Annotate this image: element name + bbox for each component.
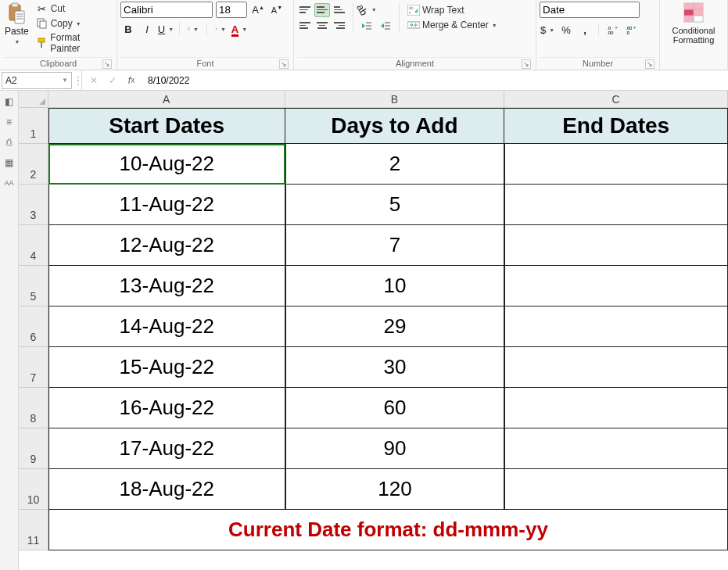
- cell[interactable]: 60: [285, 388, 505, 428]
- cell[interactable]: 18-Aug-22: [48, 469, 285, 510]
- cell[interactable]: 14-Aug-22: [48, 307, 285, 347]
- dialog-launcher-icon[interactable]: ↘: [102, 59, 112, 69]
- fill-color-button[interactable]: ▼: [213, 21, 228, 37]
- font-size-input[interactable]: [216, 2, 247, 18]
- bold-button[interactable]: B: [120, 21, 136, 37]
- increase-indent-button[interactable]: [378, 18, 393, 34]
- decrease-decimal-button[interactable]: .00.0: [623, 22, 639, 38]
- row-header[interactable]: 5: [19, 266, 48, 307]
- conditional-formatting-button[interactable]: Conditional Formatting: [663, 2, 724, 45]
- svg-rect-29: [684, 3, 694, 9]
- cell[interactable]: 7: [285, 225, 505, 266]
- accounting-format-button[interactable]: $▼: [540, 22, 555, 38]
- cell[interactable]: [504, 144, 728, 185]
- cell[interactable]: Days to Add: [285, 108, 505, 144]
- cell[interactable]: 12-Aug-22: [48, 225, 285, 266]
- percent-format-button[interactable]: %: [558, 22, 574, 38]
- svg-rect-8: [38, 38, 45, 42]
- decrease-font-button[interactable]: A▼: [269, 2, 285, 18]
- row-header[interactable]: 1: [19, 108, 48, 144]
- dialog-launcher-icon[interactable]: ↘: [279, 59, 289, 69]
- formula-input[interactable]: [143, 70, 728, 90]
- cell[interactable]: [504, 347, 728, 388]
- underline-button[interactable]: U▼: [158, 21, 174, 37]
- cell[interactable]: 5: [285, 185, 505, 225]
- wrap-text-button[interactable]: abc Wrap Text: [405, 3, 500, 17]
- cell-merged-note[interactable]: Current Date format: dd-mmm-yy: [48, 510, 728, 550]
- cell[interactable]: [504, 307, 728, 347]
- svg-rect-30: [694, 3, 703, 9]
- row-header[interactable]: 10: [19, 469, 48, 510]
- row-header[interactable]: 11: [19, 510, 48, 550]
- cell[interactable]: [504, 185, 728, 225]
- align-center-button[interactable]: [314, 19, 330, 33]
- cell[interactable]: [504, 225, 728, 266]
- increase-decimal-button[interactable]: .0.00: [604, 22, 620, 38]
- cell[interactable]: 15-Aug-22: [48, 347, 285, 388]
- align-middle-button[interactable]: [314, 3, 330, 17]
- sidebar-icon[interactable]: ◧: [3, 95, 16, 108]
- column-header[interactable]: B: [285, 91, 505, 108]
- cell[interactable]: 29: [285, 307, 505, 347]
- sidebar-icon[interactable]: ⎙: [3, 136, 16, 149]
- cell[interactable]: [504, 388, 728, 428]
- cell[interactable]: 30: [285, 347, 505, 388]
- cell[interactable]: Start Dates: [48, 108, 285, 144]
- enter-formula-button[interactable]: ✓: [106, 73, 120, 88]
- merge-center-button[interactable]: Merge & Center ▼: [405, 18, 500, 32]
- row-header[interactable]: 3: [19, 185, 48, 225]
- cell[interactable]: [504, 428, 728, 469]
- select-all-corner[interactable]: [19, 91, 48, 108]
- cell[interactable]: 11-Aug-22: [48, 185, 285, 225]
- cut-button[interactable]: ✂ Cut: [34, 2, 113, 16]
- row-header[interactable]: 8: [19, 388, 48, 428]
- italic-button[interactable]: I: [139, 21, 155, 37]
- cell[interactable]: 2: [285, 144, 505, 185]
- align-bottom-button[interactable]: [332, 3, 347, 17]
- align-right-button[interactable]: [332, 19, 347, 33]
- comma-format-button[interactable]: ,: [577, 22, 593, 38]
- copy-button[interactable]: Copy ▼: [34, 16, 113, 30]
- row-header[interactable]: 7: [19, 347, 48, 388]
- cell[interactable]: 120: [285, 469, 505, 510]
- font-color-button[interactable]: A ▼: [231, 21, 247, 37]
- sidebar-icon[interactable]: AA: [3, 177, 16, 189]
- cell[interactable]: End Dates: [504, 108, 728, 144]
- cancel-formula-button[interactable]: ✕: [87, 73, 101, 88]
- row-header[interactable]: 9: [19, 428, 48, 469]
- dialog-launcher-icon[interactable]: ↘: [645, 59, 654, 69]
- cell[interactable]: 10: [285, 266, 505, 307]
- paste-button[interactable]: Paste ▼: [3, 2, 30, 45]
- fx-button[interactable]: fx: [124, 73, 138, 88]
- cell[interactable]: 90: [285, 428, 505, 469]
- increase-font-button[interactable]: A▲: [250, 2, 266, 18]
- alignment-grid: [297, 3, 347, 33]
- cell[interactable]: [504, 266, 728, 307]
- column-header[interactable]: A: [48, 91, 285, 108]
- borders-button[interactable]: ▼: [185, 21, 201, 37]
- cell[interactable]: [504, 469, 728, 510]
- decrease-indent-button[interactable]: [359, 18, 375, 34]
- column-header[interactable]: C: [504, 91, 728, 108]
- cell[interactable]: 16-Aug-22: [48, 388, 285, 428]
- name-box[interactable]: A2 ▼: [2, 72, 72, 89]
- drag-handle-icon[interactable]: ⋮: [74, 75, 81, 86]
- align-left-button[interactable]: [297, 19, 313, 33]
- cell[interactable]: 13-Aug-22: [48, 266, 285, 307]
- comma-icon: ,: [583, 24, 586, 36]
- column-headers: A B C: [48, 91, 728, 108]
- format-painter-button[interactable]: Format Painter: [34, 31, 113, 55]
- group-alignment: ab▼ abc Wrap Text: [294, 0, 536, 70]
- align-top-button[interactable]: [297, 3, 313, 17]
- sidebar-icon[interactable]: ▦: [3, 156, 16, 169]
- sidebar-icon[interactable]: ≡: [3, 116, 16, 128]
- dialog-launcher-icon[interactable]: ↘: [522, 59, 531, 69]
- number-format-select[interactable]: [540, 2, 640, 18]
- row-header[interactable]: 2: [19, 144, 48, 185]
- cell[interactable]: 17-Aug-22: [48, 428, 285, 469]
- orientation-button[interactable]: ab▼: [359, 2, 375, 17]
- font-name-input[interactable]: [120, 2, 213, 18]
- cell-selected[interactable]: 10-Aug-22: [48, 144, 285, 185]
- row-header[interactable]: 4: [19, 225, 48, 266]
- row-header[interactable]: 6: [19, 307, 48, 347]
